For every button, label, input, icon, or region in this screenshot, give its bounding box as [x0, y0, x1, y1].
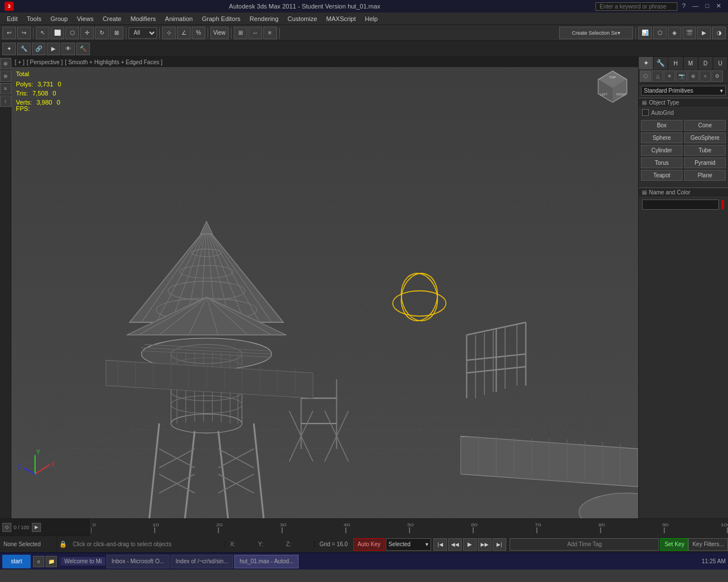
- reference-coord-dropdown[interactable]: All: [129, 27, 157, 39]
- set-key-btn[interactable]: Set Key: [660, 538, 688, 551]
- lights-icon[interactable]: ☀: [664, 70, 675, 82]
- cone-btn[interactable]: Cone: [684, 120, 726, 131]
- menu-customize[interactable]: Customize: [283, 14, 322, 23]
- redo-btn[interactable]: ↪: [17, 27, 31, 39]
- taskbar-item-max[interactable]: hut_01.max - Autod...: [234, 555, 299, 568]
- viewport-controls[interactable]: View: [210, 27, 229, 39]
- mirror-btn[interactable]: ⊞: [234, 27, 247, 39]
- close-icon[interactable]: ✕: [714, 2, 723, 11]
- left-tb-btn-3[interactable]: ≡: [0, 83, 11, 94]
- primitive-type-dropdown[interactable]: Standard Primitives ▾: [641, 86, 726, 95]
- create-panel-btn[interactable]: ✦: [2, 43, 16, 55]
- timeline-advance-btn[interactable]: ▶: [32, 523, 41, 532]
- object-color-swatch[interactable]: [721, 199, 725, 210]
- geosphere-btn[interactable]: GeoSphere: [684, 132, 726, 143]
- minimize-icon[interactable]: —: [690, 2, 701, 11]
- start-button[interactable]: start: [2, 555, 31, 568]
- schematic-view-btn[interactable]: ⬡: [653, 27, 667, 39]
- autogrid-checkbox[interactable]: [642, 109, 649, 116]
- plane-btn[interactable]: Plane: [684, 170, 726, 181]
- modify-tab[interactable]: 🔧: [653, 57, 668, 69]
- spacewarps-icon[interactable]: ≈: [700, 70, 711, 82]
- menu-graph-editors[interactable]: Graph Editors: [197, 14, 245, 23]
- motion-panel-btn[interactable]: ▶: [47, 43, 60, 55]
- lock-icon[interactable]: 🔒: [57, 541, 69, 548]
- angle-snap[interactable]: ∠: [177, 27, 191, 39]
- layer-btn[interactable]: ≡: [263, 27, 277, 39]
- create-tab[interactable]: ✦: [639, 57, 653, 69]
- select-lasso-btn[interactable]: ⬡: [65, 27, 79, 39]
- select-region-btn[interactable]: ⬜: [51, 27, 64, 39]
- first-frame-btn[interactable]: |◀: [433, 538, 447, 551]
- render-btn[interactable]: ▶: [697, 27, 711, 39]
- name-color-collapse[interactable]: —: [642, 190, 647, 195]
- hierarchy-tab[interactable]: H: [668, 57, 683, 69]
- menu-maxscript[interactable]: MAXScript: [322, 14, 361, 23]
- torus-btn[interactable]: Torus: [641, 157, 682, 168]
- left-tb-btn-1[interactable]: ⊕: [0, 58, 11, 69]
- menu-create[interactable]: Create: [98, 14, 126, 23]
- welcome-tab[interactable]: Welcome to Mi: [61, 557, 105, 566]
- helpers-icon[interactable]: ⊕: [688, 70, 699, 82]
- left-tb-btn-2[interactable]: ⊗: [0, 70, 11, 82]
- align-btn[interactable]: ↔: [249, 27, 262, 39]
- last-frame-btn[interactable]: ▶|: [493, 538, 506, 551]
- move-btn[interactable]: ✛: [80, 27, 94, 39]
- object-name-input[interactable]: [642, 199, 719, 210]
- material-editor-btn[interactable]: ◈: [668, 27, 681, 39]
- activeshade-btn[interactable]: ◑: [712, 27, 726, 39]
- menu-group[interactable]: Group: [46, 14, 73, 23]
- box-btn[interactable]: Box: [641, 120, 682, 131]
- menu-tools[interactable]: Tools: [22, 14, 46, 23]
- help-icon[interactable]: ?: [680, 2, 688, 11]
- modify-panel-btn[interactable]: 🔧: [17, 43, 31, 55]
- geometry-icon[interactable]: ⬡: [640, 70, 651, 82]
- next-frame-btn[interactable]: ▶▶: [478, 538, 491, 551]
- display-panel-btn[interactable]: 👁: [61, 43, 75, 55]
- play-btn[interactable]: ▶: [463, 538, 477, 551]
- add-time-tag-btn[interactable]: Add Time Tag: [510, 538, 659, 551]
- nav-cube[interactable]: TOP LEFT FRONT: [593, 68, 632, 108]
- utilities-tab[interactable]: U: [713, 57, 728, 69]
- menu-help[interactable]: Help: [361, 14, 383, 23]
- sphere-btn[interactable]: Sphere: [641, 132, 682, 143]
- menu-modifiers[interactable]: Modifiers: [126, 14, 160, 23]
- track-view-btn[interactable]: 📊: [638, 27, 652, 39]
- selected-dropdown[interactable]: Selected ▾: [386, 538, 431, 551]
- cylinder-btn[interactable]: Cylinder: [641, 145, 682, 156]
- pyramid-btn[interactable]: Pyramid: [684, 157, 726, 168]
- percent-snap[interactable]: %: [192, 27, 205, 39]
- maximize-icon[interactable]: □: [703, 2, 712, 11]
- render-setup-btn[interactable]: 🎬: [682, 27, 696, 39]
- named-select-dropdown[interactable]: Create Selection Se▾: [559, 27, 633, 39]
- shapes-icon[interactable]: △: [652, 70, 663, 82]
- utilities-panel-btn[interactable]: 🔨: [76, 43, 90, 55]
- teapot-btn[interactable]: Teapot: [641, 170, 682, 181]
- menu-views[interactable]: Views: [72, 14, 98, 23]
- taskbar-item-index[interactable]: Index of /~cr/sd/sin...: [171, 555, 234, 568]
- tube-btn[interactable]: Tube: [684, 145, 726, 156]
- left-tb-btn-4[interactable]: ↕: [0, 95, 11, 107]
- menu-edit[interactable]: Edit: [2, 14, 22, 23]
- key-filters-btn[interactable]: Key Filters...: [688, 538, 728, 551]
- timeline-ruler[interactable]: 0 10 20 30 40 50 60 70 80 90 100: [91, 519, 728, 535]
- object-type-collapse[interactable]: —: [642, 101, 647, 105]
- folder-icon[interactable]: 📁: [46, 556, 57, 567]
- motion-tab[interactable]: M: [684, 57, 698, 69]
- search-box[interactable]: [595, 2, 677, 11]
- display-tab[interactable]: D: [698, 57, 713, 69]
- search-input[interactable]: [599, 3, 673, 10]
- undo-btn[interactable]: ↩: [2, 27, 16, 39]
- cameras-icon[interactable]: 📷: [676, 70, 687, 82]
- hierarchy-panel-btn[interactable]: 🔗: [32, 43, 46, 55]
- snap-toggle[interactable]: ⊹: [162, 27, 176, 39]
- timeline-key-btn[interactable]: ◇: [2, 523, 11, 532]
- prev-frame-btn[interactable]: ◀◀: [448, 538, 462, 551]
- menu-rendering[interactable]: Rendering: [245, 14, 283, 23]
- select-btn[interactable]: ↖: [36, 27, 49, 39]
- menu-animation[interactable]: Animation: [160, 14, 197, 23]
- ie-icon[interactable]: e: [33, 556, 44, 567]
- taskbar-item-inbox[interactable]: Inbox - Microsoft O...: [106, 555, 169, 568]
- viewport[interactable]: [ + ] [ Perspective ] [ Smooth + Highlig…: [11, 57, 638, 518]
- systems-icon[interactable]: ⚙: [712, 70, 723, 82]
